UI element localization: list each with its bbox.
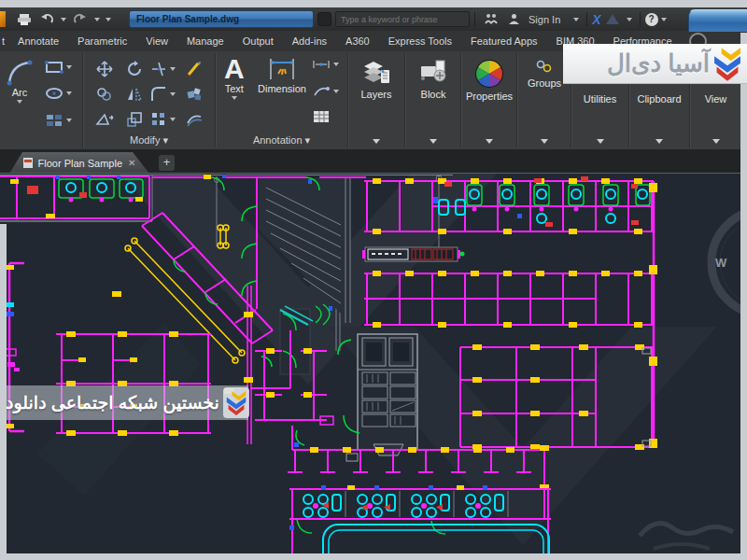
titlebar-separator2 bbox=[586, 12, 587, 26]
redo-icon[interactable] bbox=[71, 11, 90, 27]
groups-expand-chevron[interactable] bbox=[541, 139, 548, 144]
file-tab-active[interactable]: Floor Plan Sample ✕ bbox=[9, 152, 149, 174]
panel-modify: Modify ▾ bbox=[84, 51, 214, 149]
hatch-tool-icon[interactable] bbox=[45, 113, 75, 128]
arc-button[interactable]: Arc bbox=[6, 59, 34, 104]
properties-button[interactable]: Properties bbox=[462, 57, 516, 102]
site-chevron-icon bbox=[223, 390, 249, 416]
stretch-icon[interactable] bbox=[95, 112, 114, 127]
tab-annotate[interactable]: Annotate bbox=[8, 35, 68, 47]
a360-dropdown-caret[interactable] bbox=[627, 18, 632, 21]
search-input[interactable] bbox=[335, 11, 470, 27]
text-button[interactable]: A Text bbox=[224, 55, 245, 100]
properties-expand-chevron[interactable] bbox=[486, 139, 493, 144]
tab-a360[interactable]: A360 bbox=[336, 35, 379, 47]
floor-plan-svg: W bbox=[0, 174, 747, 553]
compass-west-label: W bbox=[715, 256, 727, 270]
panel-separator bbox=[82, 53, 83, 147]
groups-icon[interactable] bbox=[535, 59, 554, 74]
autocad-logo-partial-icon[interactable] bbox=[0, 11, 6, 27]
drawing-file-icon bbox=[23, 158, 33, 168]
exchange-people-icon[interactable] bbox=[482, 11, 500, 27]
new-tab-button[interactable]: + bbox=[159, 155, 175, 171]
block-label: Block bbox=[421, 89, 446, 100]
undo-dropdown-caret[interactable] bbox=[61, 18, 66, 21]
tab-featured-apps[interactable]: Featured Apps bbox=[461, 35, 547, 47]
titlebar-separator3 bbox=[640, 12, 641, 26]
block-expand-chevron[interactable] bbox=[430, 139, 437, 144]
panel-separator bbox=[460, 53, 461, 147]
clipboard-expand-chevron[interactable] bbox=[655, 139, 663, 144]
site-watermark-logo-tile bbox=[223, 387, 249, 418]
dimension-label: Dimension bbox=[258, 83, 306, 94]
text-label: Text bbox=[225, 83, 244, 94]
dimension-button[interactable]: Dimension bbox=[258, 55, 306, 94]
layers-expand-chevron[interactable] bbox=[373, 139, 380, 144]
infocenter-button[interactable] bbox=[317, 12, 331, 26]
offset-icon[interactable] bbox=[185, 112, 204, 127]
screenshot-frame: Floor Plan Sample.dwg Sign In X ? t Anno… bbox=[0, 0, 747, 560]
a360-triangle-icon[interactable] bbox=[603, 11, 622, 27]
table-icon[interactable] bbox=[312, 109, 331, 124]
window-corner-decoration bbox=[688, 9, 747, 32]
clipboard-label[interactable]: Clipboard bbox=[630, 93, 688, 105]
explode-icon[interactable] bbox=[185, 86, 204, 103]
file-tab-bar: Floor Plan Sample ✕ + bbox=[0, 149, 747, 174]
erase-icon[interactable] bbox=[185, 60, 204, 78]
layers-icon bbox=[360, 57, 392, 89]
block-button[interactable]: Block bbox=[406, 57, 460, 100]
panel-separator bbox=[215, 53, 216, 147]
qat-customize-caret[interactable] bbox=[106, 18, 111, 21]
utilities-label[interactable]: Utilities bbox=[572, 93, 627, 105]
modify-panel-label[interactable]: Modify ▾ bbox=[84, 134, 214, 147]
array-icon[interactable] bbox=[150, 111, 178, 128]
ellipse-tool-icon[interactable] bbox=[45, 87, 75, 100]
tab-partial[interactable]: t bbox=[0, 35, 8, 47]
rectangle-tool-icon[interactable] bbox=[45, 61, 75, 74]
trim-icon[interactable] bbox=[150, 61, 178, 77]
view-label[interactable]: View bbox=[691, 93, 740, 105]
plot-icon[interactable] bbox=[15, 11, 34, 27]
view-expand-chevron[interactable] bbox=[712, 139, 720, 144]
layers-button[interactable]: Layers bbox=[349, 57, 403, 100]
file-tab-close-icon[interactable]: ✕ bbox=[128, 158, 135, 168]
signin-dropdown-caret[interactable] bbox=[573, 18, 579, 21]
tab-parametric[interactable]: Parametric bbox=[68, 35, 136, 47]
exchange-apps-x-icon[interactable]: X bbox=[592, 12, 600, 27]
panel-separator bbox=[516, 53, 517, 147]
dim-linear-icon[interactable] bbox=[312, 59, 342, 70]
help-dropdown-caret[interactable] bbox=[661, 18, 667, 21]
leader-icon[interactable] bbox=[312, 85, 342, 98]
user-icon[interactable] bbox=[504, 11, 523, 27]
tabbar-divider bbox=[0, 173, 747, 174]
fillet-icon[interactable] bbox=[150, 86, 178, 103]
tab-view[interactable]: View bbox=[136, 35, 177, 47]
panel-separator bbox=[347, 53, 348, 147]
annotation-panel-label[interactable]: Annotation ▾ bbox=[217, 134, 346, 147]
brand-chevron-icon bbox=[710, 47, 745, 82]
drawing-canvas[interactable]: W نخستین شبکه اجتماعی دانلود bbox=[0, 174, 747, 553]
move-icon[interactable] bbox=[95, 60, 114, 78]
tab-addins[interactable]: Add-ins bbox=[283, 35, 336, 47]
frame-border-left bbox=[0, 224, 7, 553]
text-icon: A bbox=[224, 55, 245, 83]
help-icon[interactable]: ? bbox=[645, 13, 658, 26]
sign-in-label[interactable]: Sign In bbox=[529, 14, 560, 25]
tab-manage[interactable]: Manage bbox=[177, 35, 233, 47]
copy-icon[interactable] bbox=[95, 86, 114, 103]
redo-dropdown-caret[interactable] bbox=[94, 18, 100, 21]
rotate-icon[interactable] bbox=[125, 60, 144, 78]
utilities-expand-chevron[interactable] bbox=[597, 139, 604, 144]
mirror-icon[interactable] bbox=[125, 86, 144, 103]
properties-color-wheel-icon bbox=[472, 57, 506, 91]
undo-icon[interactable] bbox=[37, 11, 56, 27]
tab-express-tools[interactable]: Express Tools bbox=[379, 35, 461, 47]
arc-label: Arc bbox=[12, 87, 28, 98]
layers-label: Layers bbox=[360, 89, 391, 100]
titlebar: Floor Plan Sample.dwg Sign In X ? bbox=[0, 7, 747, 31]
scale-icon[interactable] bbox=[126, 111, 143, 128]
panel-layers: Layers bbox=[349, 51, 403, 149]
tab-output[interactable]: Output bbox=[233, 35, 283, 47]
brand-text: آسیا دی‌ال bbox=[607, 49, 710, 78]
panel-separator bbox=[404, 53, 405, 147]
